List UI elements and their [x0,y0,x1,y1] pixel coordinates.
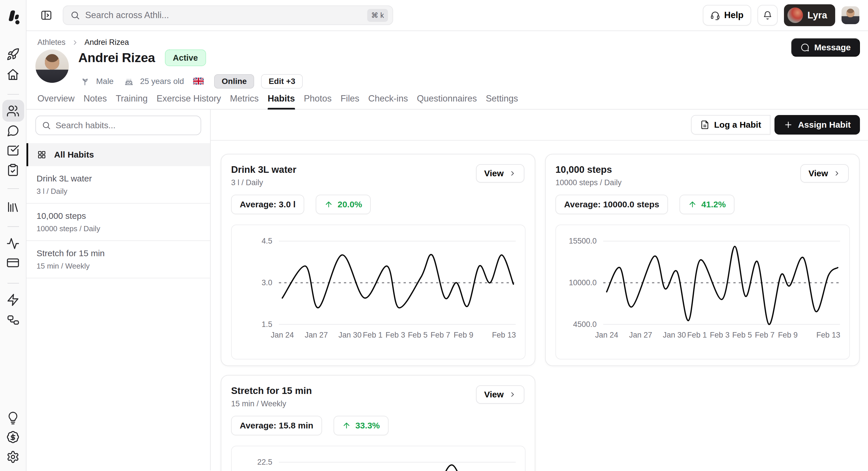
status-badge: Active [165,49,206,66]
search-shortcut-badge: ⌘ k [367,9,388,22]
tab-habits[interactable]: Habits [268,88,295,109]
habit-list-item[interactable]: Stretch for 15 min 15 min / Weekly [27,241,210,278]
edit-profile-chip[interactable]: Edit +3 [261,74,303,89]
zap-icon[interactable] [6,293,20,306]
rail-divider [7,283,19,283]
habit-actions-row: Log a Habit Assign Habit [211,109,868,141]
rail-divider [7,226,19,227]
breadcrumb-athletes-link[interactable]: Athletes [37,38,66,47]
svg-text:Feb 3: Feb 3 [385,331,405,339]
tab-training[interactable]: Training [116,88,148,109]
athletes-users-icon[interactable] [6,104,20,117]
svg-text:Jan 30: Jan 30 [663,331,686,339]
dollar-badge-icon[interactable] [6,431,20,444]
arrow-up-icon [342,421,351,430]
arrow-up-icon [688,200,697,209]
tab-questionnaires[interactable]: Questionnaires [417,88,477,109]
user-avatar[interactable] [841,6,859,24]
tab-exercise-history[interactable]: Exercise History [157,88,221,109]
svg-text:Jan 24: Jan 24 [595,331,618,339]
view-habit-button[interactable]: View [800,164,849,182]
tab-files[interactable]: Files [340,88,359,109]
profile-tabs: Overview Notes Training Exercise History… [27,88,868,109]
athli-logo [6,8,21,26]
svg-text:Feb 9: Feb 9 [454,331,473,339]
athlete-meta-row: Male 25 years old Online Edit +3 [81,74,303,89]
global-search[interactable]: ⌘ k [63,5,393,25]
clipboard-check-icon[interactable] [6,163,20,176]
gender-icon [81,77,89,86]
view-habit-button[interactable]: View [476,164,524,182]
habit-cards-grid: Drink 3L water 3 l / Daily View Average:… [211,141,868,471]
view-habit-button[interactable]: View [476,385,524,404]
workflow-icon[interactable] [6,313,20,326]
breadcrumb-current: Andrei Rizea [85,38,129,47]
notifications-bell-icon[interactable] [757,5,778,26]
chevron-right-icon [509,170,516,177]
gender-label: Male [96,77,114,86]
svg-text:Jan 24: Jan 24 [271,331,294,339]
svg-text:Feb 9: Feb 9 [778,331,798,339]
habit-search-input[interactable] [56,121,195,130]
credit-card-icon[interactable] [6,256,20,269]
habits-list-panel: All Habits Drink 3L water 3 l / Daily 10… [27,109,211,470]
document-icon [700,120,709,129]
message-bubble-icon [800,43,810,52]
trend-chip: 20.0% [316,195,371,214]
lyra-orb-icon [787,7,803,23]
svg-text:Feb 5: Feb 5 [732,331,752,339]
habit-list-item[interactable]: Drink 3L water 3 l / Daily [27,166,210,204]
library-icon[interactable] [6,200,20,214]
lyra-assistant-button[interactable]: Lyra [784,4,835,26]
plus-icon [784,120,793,129]
habit-card-drink-water: Drink 3L water 3 l / Daily View Average:… [221,154,535,366]
svg-text:Jan 27: Jan 27 [629,331,652,339]
topbar: ⌘ k Help Lyra [27,0,868,31]
settings-gear-icon[interactable] [6,450,20,464]
help-button[interactable]: Help [703,5,751,26]
tab-settings[interactable]: Settings [486,88,518,109]
grid-icon [37,150,46,159]
assign-habit-button[interactable]: Assign Habit [774,115,860,135]
habits-main: Log a Habit Assign Habit Drink 3L water … [211,109,868,470]
habit-chart: 22.515.07.5Jan 24Jan 27Jan 30Feb 1Feb 3F… [231,446,526,471]
svg-text:1.5: 1.5 [261,320,272,329]
sidebar-toggle-icon[interactable] [40,9,52,21]
tab-check-ins[interactable]: Check-ins [368,88,408,109]
svg-text:Feb 1: Feb 1 [363,331,382,339]
tab-notes[interactable]: Notes [84,88,107,109]
rail-divider [7,94,19,95]
svg-text:4500.0: 4500.0 [573,320,597,329]
tab-metrics[interactable]: Metrics [230,88,259,109]
habit-list-item[interactable]: 10,000 steps 10000 steps / Daily [27,204,210,241]
svg-text:Jan 30: Jan 30 [338,331,362,339]
headset-icon [710,10,720,20]
chat-icon[interactable] [6,124,20,137]
athlete-avatar [35,49,69,83]
tab-photos[interactable]: Photos [304,88,332,109]
home-icon[interactable] [6,68,20,81]
message-button[interactable]: Message [791,38,860,57]
svg-text:Feb 1: Feb 1 [687,331,707,339]
svg-text:Feb 5: Feb 5 [408,331,427,339]
svg-text:Feb 7: Feb 7 [431,331,450,339]
habit-chart: 4.53.01.5Jan 24Jan 27Jan 30Feb 1Feb 3Feb… [231,225,526,360]
chevron-right-icon [833,170,841,177]
arrow-up-icon [324,200,333,209]
trend-chip: 41.2% [680,195,735,214]
online-status-chip[interactable]: Online [214,74,254,89]
average-chip: Average: 10000.0 steps [555,195,668,214]
card-schedule: 3 l / Daily [231,178,297,187]
all-habits-item[interactable]: All Habits [27,143,210,166]
tab-overview[interactable]: Overview [37,88,74,109]
rocket-icon[interactable] [6,48,20,61]
lightbulb-icon[interactable] [6,411,20,425]
habit-search[interactable] [35,115,201,135]
search-icon [70,10,80,20]
global-search-input[interactable] [85,10,367,21]
svg-text:4.5: 4.5 [261,237,272,245]
svg-text:Feb 13: Feb 13 [492,331,516,339]
check-square-icon[interactable] [6,143,20,157]
activity-icon[interactable] [6,237,20,250]
log-habit-button[interactable]: Log a Habit [691,115,770,135]
